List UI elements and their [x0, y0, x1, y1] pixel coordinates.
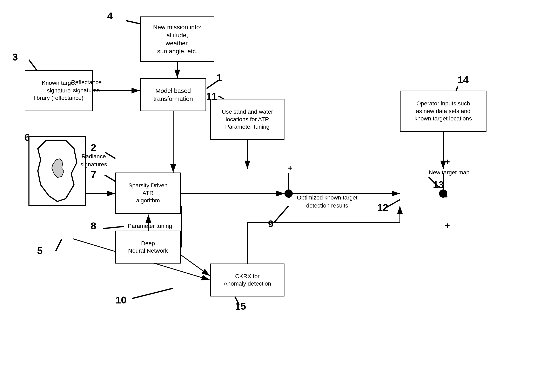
number-11-fix: 11	[206, 91, 217, 102]
number-9: 9	[268, 218, 274, 230]
number-14: 14	[458, 74, 469, 85]
ckrx-box: CKRX forAnomaly detection	[210, 264, 284, 296]
sparsity-box: Sparsity DrivenATRalgorithm	[115, 173, 181, 214]
number-2: 2	[91, 142, 96, 153]
ckrx-text: CKRX forAnomaly detection	[224, 273, 271, 288]
svg-point-42	[439, 189, 447, 198]
deep-neural-text: DeepNeural Network	[128, 240, 168, 255]
map-box	[29, 136, 86, 206]
operator-inputs-text: Operator inputs suchas new data sets and…	[414, 100, 472, 122]
reflectance-label: Reflectancesignatures	[71, 78, 102, 94]
number-3: 3	[12, 51, 18, 63]
map-svg	[29, 137, 85, 205]
number-6: 6	[24, 132, 30, 143]
svg-text:-: -	[288, 192, 290, 202]
number-10: 10	[116, 294, 126, 306]
radiance-label: Radiancesignatures	[80, 152, 107, 168]
svg-line-18	[181, 255, 210, 276]
svg-line-35	[132, 288, 173, 299]
new-target-label: New target map	[429, 169, 470, 176]
model-based-text: Model basedtransformation	[153, 87, 193, 103]
sparsity-text: Sparsity DrivenATRalgorithm	[128, 182, 167, 204]
number-4: 4	[107, 10, 113, 22]
mission-info-text: New mission info:altitude,weather,sun an…	[153, 23, 201, 55]
number-1: 1	[217, 72, 222, 83]
svg-text:+: +	[445, 221, 450, 230]
svg-text:+: +	[445, 157, 450, 167]
number-8: 8	[91, 220, 96, 232]
mission-info-box: New mission info:altitude,weather,sun an…	[140, 16, 214, 62]
svg-line-31	[103, 226, 124, 229]
model-based-box: Model basedtransformation	[140, 78, 206, 111]
number-5: 5	[37, 245, 43, 256]
deep-neural-box: DeepNeural Network	[115, 231, 181, 264]
svg-text:+: +	[288, 163, 293, 173]
optimized-label: Optimized known targetdetection results	[297, 194, 357, 210]
number-12: 12	[377, 202, 388, 213]
svg-line-33	[105, 175, 115, 181]
sand-water-text: Use sand and waterlocations for ATRParam…	[222, 108, 273, 131]
number-13: 13	[433, 179, 444, 190]
svg-line-34	[274, 206, 289, 222]
parameter-tuning-label: Parameter tuning	[128, 222, 172, 230]
svg-point-43	[284, 189, 293, 198]
diagram: + - + - + New mission info:altitude,weat…	[0, 0, 551, 392]
number-7: 7	[91, 169, 96, 180]
number-15: 15	[235, 301, 246, 312]
operator-inputs-box: Operator inputs suchas new data sets and…	[400, 91, 486, 132]
sand-water-box: Use sand and waterlocations for ATRParam…	[210, 99, 284, 140]
svg-text:-: -	[445, 191, 448, 201]
svg-line-30	[56, 239, 62, 251]
